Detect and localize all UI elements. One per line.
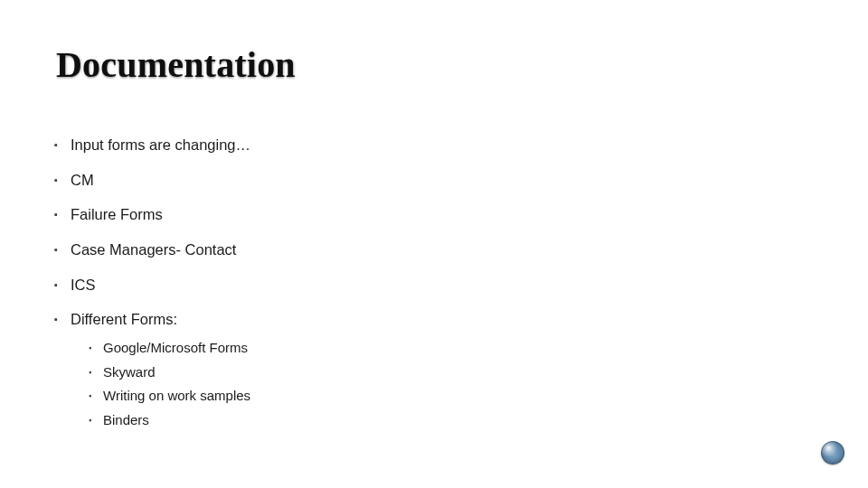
list-item-text: Different Forms: bbox=[71, 311, 177, 327]
list-item-text: Google/Microsoft Forms bbox=[103, 340, 248, 355]
list-item-text: CM bbox=[71, 172, 94, 188]
list-item-text: Skyward bbox=[103, 364, 156, 380]
list-item: Different Forms: Google/Microsoft Forms … bbox=[54, 310, 814, 429]
bullet-list: Input forms are changing… CM Failure For… bbox=[54, 136, 814, 446]
list-item: Input forms are changing… bbox=[54, 136, 814, 155]
list-item: Writing on work samples bbox=[89, 388, 814, 405]
slide: Documentation Input forms are changing… … bbox=[0, 0, 868, 488]
list-item: Binders bbox=[89, 412, 814, 429]
sub-bullet-list: Google/Microsoft Forms Skyward Writing o… bbox=[89, 340, 814, 429]
list-item: ICS bbox=[54, 276, 814, 295]
list-item-text: Failure Forms bbox=[71, 206, 163, 222]
list-item-text: Writing on work samples bbox=[103, 388, 250, 403]
list-item: Google/Microsoft Forms bbox=[89, 340, 814, 357]
list-item-text: Case Managers- Contact bbox=[71, 241, 236, 258]
list-item: Failure Forms bbox=[54, 205, 814, 224]
list-item-text: Input forms are changing… bbox=[71, 136, 250, 153]
list-item-text: ICS bbox=[71, 277, 96, 293]
slide-title: Documentation bbox=[56, 43, 296, 86]
list-item: CM bbox=[54, 171, 814, 190]
list-item: Case Managers- Contact bbox=[54, 240, 814, 259]
list-item-text: Binders bbox=[103, 412, 149, 427]
list-item: Skyward bbox=[89, 364, 814, 381]
decorative-orb-icon bbox=[821, 441, 844, 465]
